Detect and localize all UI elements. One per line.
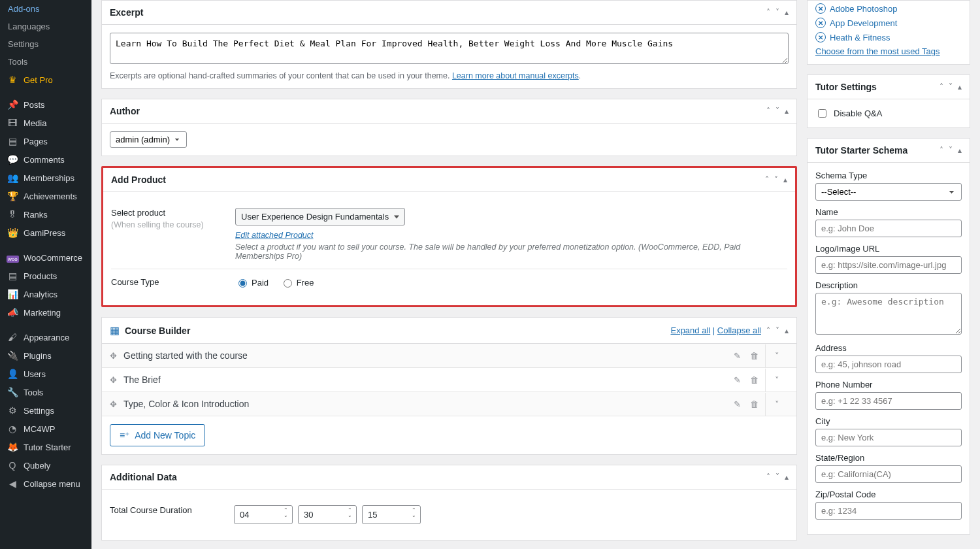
sidebar-item[interactable]: 👤Users xyxy=(0,365,91,383)
panel-toggle-icon[interactable]: ▴ xyxy=(783,175,787,184)
sidebar-item[interactable]: 📌Posts xyxy=(0,95,91,114)
sidebar-item[interactable]: wooWooCommerce xyxy=(0,248,91,267)
excerpt-textarea[interactable]: Learn How To Build The Perfect Diet & Me… xyxy=(110,33,789,64)
add-new-topic-button[interactable]: ≡⁺ Add New Topic xyxy=(110,424,205,446)
chevron-down-icon[interactable]: ˅ xyxy=(765,393,789,416)
remove-tag-icon[interactable]: ✕ xyxy=(815,32,826,42)
sidebar-item[interactable]: 🔧Tools xyxy=(0,383,91,401)
edit-attached-product-link[interactable]: Edit attached Product xyxy=(235,231,314,240)
panel-up-icon[interactable]: ˄ xyxy=(939,146,943,155)
free-radio[interactable] xyxy=(284,279,292,288)
disable-qa-checkbox[interactable]: Disable Q&A xyxy=(815,107,962,120)
remove-tag-icon[interactable]: ✕ xyxy=(815,18,826,28)
panel-down-icon[interactable]: ˅ xyxy=(776,107,779,116)
schema-field-input[interactable] xyxy=(815,392,962,410)
duration-minutes[interactable]: 30 xyxy=(298,505,357,524)
sidebar-icon: ▤ xyxy=(7,271,18,281)
sidebar-item[interactable]: 👥Memberships xyxy=(0,169,91,187)
sidebar-get-pro[interactable]: ♛Get Pro xyxy=(0,71,91,89)
panel-down-icon[interactable]: ˅ xyxy=(949,146,953,155)
drag-handle-icon[interactable]: ✥ xyxy=(110,351,117,361)
sidebar-item[interactable]: 👑GamiPress xyxy=(0,224,91,242)
sidebar-item[interactable]: 🦊Tutor Starter xyxy=(0,438,91,456)
panel-toggle-icon[interactable]: ▴ xyxy=(785,107,789,116)
panel-up-icon[interactable]: ˄ xyxy=(766,107,770,116)
panel-down-icon[interactable]: ˅ xyxy=(776,8,779,17)
panel-toggle-icon[interactable]: ▴ xyxy=(785,473,789,482)
product-select[interactable]: User Experience Design Fundamentals xyxy=(235,208,405,225)
select-product-label: Select product xyxy=(111,208,165,218)
sidebar-item[interactable]: 🎞Media xyxy=(0,114,91,132)
sidebar-sub-item[interactable]: Languages xyxy=(0,18,91,35)
panel-toggle-icon[interactable]: ▴ xyxy=(785,8,789,17)
sidebar-sub-item[interactable]: Add-ons xyxy=(0,0,91,18)
collapse-all-link[interactable]: Collapse all xyxy=(717,325,761,335)
panel-down-icon[interactable]: ˅ xyxy=(776,473,779,482)
sidebar-sub-item[interactable]: Settings xyxy=(0,35,91,53)
sidebar-item[interactable]: 📣Marketing xyxy=(0,303,91,322)
panel-up-icon[interactable]: ˄ xyxy=(766,326,770,335)
schema-field: State/Region xyxy=(815,453,962,483)
panel-up-icon[interactable]: ˄ xyxy=(765,175,769,184)
paid-radio[interactable] xyxy=(238,279,247,288)
trash-icon[interactable]: 🗑 xyxy=(750,399,759,409)
edit-icon[interactable]: ✎ xyxy=(734,351,741,361)
schema-field-input[interactable] xyxy=(815,465,962,483)
drag-handle-icon[interactable]: ✥ xyxy=(110,399,117,409)
sidebar-item[interactable]: 🎖Ranks xyxy=(0,205,91,224)
panel-toggle-icon[interactable]: ▴ xyxy=(958,82,962,92)
add-icon: ≡⁺ xyxy=(120,430,129,441)
schema-field: City xyxy=(815,416,962,446)
panel-up-icon[interactable]: ˄ xyxy=(766,8,770,17)
panel-toggle-icon[interactable]: ▴ xyxy=(785,326,789,335)
schema-field-input[interactable] xyxy=(815,293,962,335)
sidebar-item[interactable]: ▤Pages xyxy=(0,132,91,150)
panel-down-icon[interactable]: ˅ xyxy=(776,326,779,335)
schema-type-select[interactable]: --Select-- xyxy=(815,183,962,201)
expand-all-link[interactable]: Expand all xyxy=(670,325,710,335)
trash-icon[interactable]: 🗑 xyxy=(750,375,759,385)
schema-field-input[interactable] xyxy=(815,356,962,373)
course-type-paid[interactable]: Paid xyxy=(235,277,269,288)
sidebar-item[interactable]: 📊Analytics xyxy=(0,285,91,303)
schema-field-input[interactable] xyxy=(815,429,962,446)
sidebar-item[interactable]: 🔌Plugins xyxy=(0,346,91,365)
sidebar-item[interactable]: 🖌Appearance xyxy=(0,328,91,346)
sidebar-item[interactable]: ⚙Settings xyxy=(0,401,91,420)
tag-item[interactable]: ✕Heath & Fitness xyxy=(815,32,962,42)
chevron-down-icon[interactable]: ˅ xyxy=(765,344,789,367)
schema-field-input[interactable] xyxy=(815,220,962,237)
author-select[interactable]: admin (admin) xyxy=(110,131,187,148)
course-builder-panel: ▦ Course Builder Expand all | Collapse a… xyxy=(101,317,797,455)
sidebar-item[interactable]: ◔MC4WP xyxy=(0,420,91,438)
panel-up-icon[interactable]: ˄ xyxy=(939,82,943,92)
panel-down-icon[interactable]: ˅ xyxy=(949,82,953,92)
sidebar-icon: 📌 xyxy=(7,99,18,110)
duration-hours[interactable]: 04 xyxy=(234,505,293,524)
sidebar-item[interactable]: ◀Collapse menu xyxy=(0,474,91,493)
remove-tag-icon[interactable]: ✕ xyxy=(815,3,826,14)
sidebar-item[interactable]: QQubely xyxy=(0,456,91,474)
sidebar-item[interactable]: 💬Comments xyxy=(0,150,91,169)
course-type-free[interactable]: Free xyxy=(280,277,314,288)
schema-field-input[interactable] xyxy=(815,256,962,274)
schema-field-input[interactable] xyxy=(815,502,962,520)
sidebar-item[interactable]: ▤Products xyxy=(0,267,91,285)
panel-down-icon[interactable]: ˅ xyxy=(774,175,778,184)
excerpt-learn-more-link[interactable]: Learn more about manual excerpts xyxy=(452,71,579,80)
panel-up-icon[interactable]: ˄ xyxy=(766,473,770,482)
trash-icon[interactable]: 🗑 xyxy=(750,351,759,361)
choose-tags-link[interactable]: Choose from the most used Tags xyxy=(815,46,940,56)
drag-handle-icon[interactable]: ✥ xyxy=(110,375,117,385)
edit-icon[interactable]: ✎ xyxy=(734,399,741,409)
chevron-down-icon[interactable]: ˅ xyxy=(765,369,789,391)
tag-item[interactable]: ✕Adobe Photoshop xyxy=(815,3,962,14)
schema-field-label: Address xyxy=(815,343,962,353)
duration-seconds[interactable]: 15 xyxy=(362,505,421,524)
panel-toggle-icon[interactable]: ▴ xyxy=(958,146,962,155)
sidebar-item[interactable]: 🏆Achievements xyxy=(0,187,91,205)
schema-field: Logo/Image URL xyxy=(815,244,962,274)
sidebar-sub-item[interactable]: Tools xyxy=(0,53,91,71)
edit-icon[interactable]: ✎ xyxy=(734,375,741,385)
tag-item[interactable]: ✕App Development xyxy=(815,18,962,28)
